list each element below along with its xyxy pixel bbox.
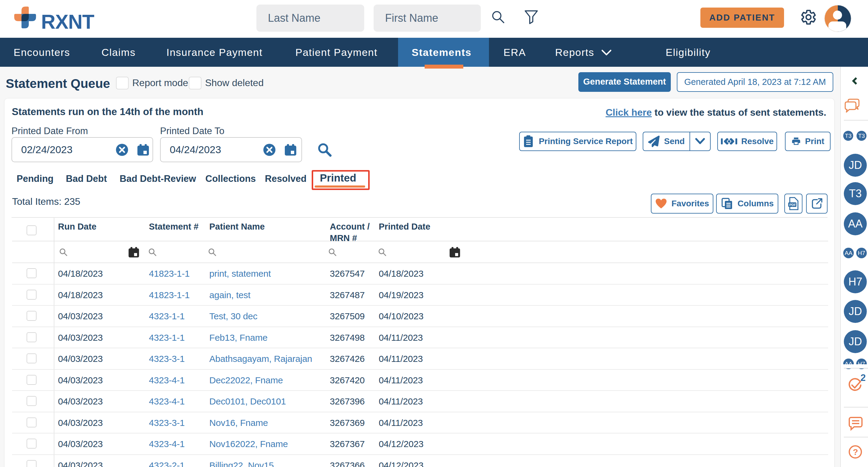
svg-text:PDF: PDF [789, 203, 796, 207]
svg-text:RXNT: RXNT [41, 10, 94, 32]
svg-text:2: 2 [861, 373, 865, 383]
svg-text:?: ? [853, 447, 858, 457]
